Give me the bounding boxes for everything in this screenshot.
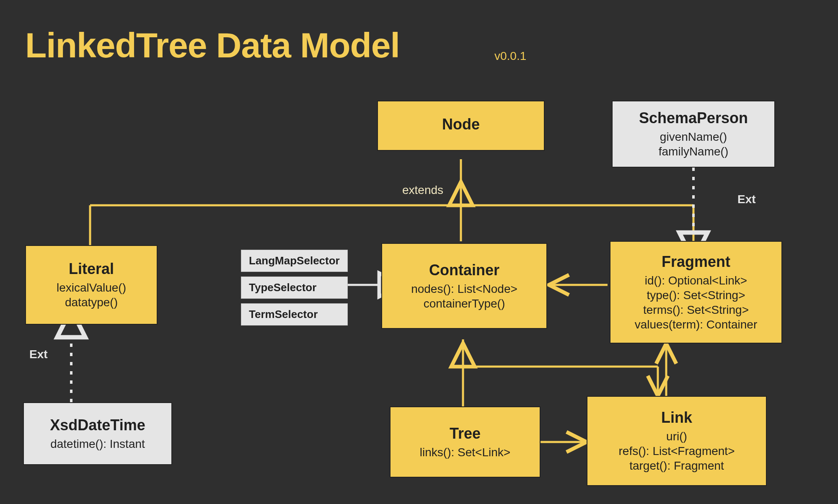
box-tree: Tree links(): Set<Link>	[390, 406, 541, 478]
box-literal-name: Literal	[69, 260, 114, 278]
box-xsd-datetime-line-0: datetime(): Instant	[50, 437, 145, 451]
box-link-name: Link	[661, 409, 692, 426]
box-container-line-1: containerType()	[424, 296, 505, 311]
diagram-version: v0.0.1	[494, 49, 526, 63]
box-schema-person-line-1: familyName()	[659, 144, 728, 159]
box-container-line-0: nodes(): List<Node>	[411, 282, 517, 296]
box-node: Node	[377, 101, 545, 151]
box-tree-line-0: links(): Set<Link>	[420, 445, 510, 460]
ext-label-1: Ext	[737, 193, 756, 206]
extends-label: extends	[402, 184, 443, 197]
box-fragment-line-1: type(): Set<String>	[647, 288, 745, 302]
box-schema-person: SchemaPerson givenName() familyName()	[612, 101, 775, 168]
box-xsd-datetime: XsdDateTime datetime(): Instant	[23, 402, 172, 465]
box-link: Link uri() refs(): List<Fragment> target…	[587, 396, 767, 486]
box-link-line-1: refs(): List<Fragment>	[619, 444, 735, 458]
box-fragment-line-2: terms(): Set<String>	[643, 302, 749, 317]
box-schema-person-line-0: givenName()	[660, 129, 727, 144]
chip-term-selector: TermSelector	[241, 303, 348, 326]
box-link-line-0: uri()	[666, 429, 687, 444]
ext-label-2: Ext	[29, 348, 48, 361]
box-literal-line-0: lexicalValue()	[57, 280, 126, 295]
diagram-title: LinkedTree Data Model	[25, 25, 400, 66]
box-xsd-datetime-name: XsdDateTime	[50, 416, 145, 434]
box-node-name: Node	[442, 116, 480, 133]
box-fragment-name: Fragment	[662, 253, 730, 271]
box-container-name: Container	[429, 261, 499, 279]
box-fragment: Fragment id(): Optional<Link> type(): Se…	[610, 241, 782, 344]
box-fragment-line-0: id(): Optional<Link>	[645, 273, 747, 288]
box-literal-line-1: datatype()	[65, 295, 118, 310]
chip-type-selector: TypeSelector	[241, 277, 348, 299]
box-tree-name: Tree	[450, 425, 481, 442]
chip-langmap-selector: LangMapSelector	[241, 250, 348, 272]
box-schema-person-name: SchemaPerson	[639, 109, 748, 127]
box-link-line-2: target(): Fragment	[629, 458, 724, 473]
box-container: Container nodes(): List<Node> containerT…	[381, 243, 547, 329]
box-literal: Literal lexicalValue() datatype()	[25, 245, 158, 325]
box-fragment-line-3: values(term): Container	[635, 317, 758, 332]
